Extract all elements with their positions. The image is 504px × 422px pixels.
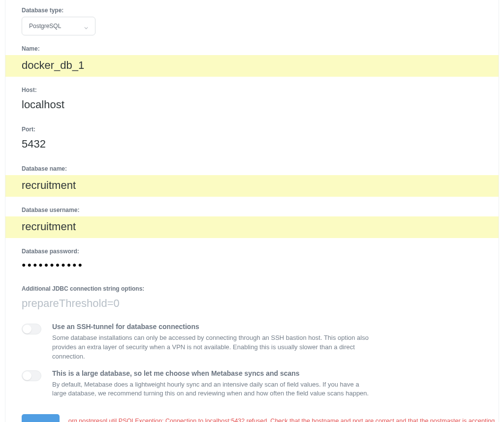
ssh-tunnel-toggle[interactable] [22,324,41,334]
label-database-type: Database type: [5,0,499,14]
ssh-toggle-title: Use an SSH-tunnel for database connectio… [52,323,373,331]
toggle-knob [23,371,32,380]
field-name: Name: docker_db_1 [5,38,499,80]
ssh-tunnel-section: Use an SSH-tunnel for database connectio… [5,318,389,364]
label-port: Port: [5,119,499,133]
large-db-toggle-desc: By default, Metabase does a lightweight … [52,380,373,399]
field-jdbc-options: Additional JDBC connection string option… [5,278,499,318]
database-type-value: PostgreSQL [29,23,61,30]
field-database-type: Database type: PostgreSQL [5,0,499,38]
name-input[interactable]: docker_db_1 [5,55,499,77]
chevron-down-icon [84,24,88,28]
label-host: Host: [5,80,499,93]
label-database-password: Database password: [5,241,499,255]
save-button[interactable]: Save [22,414,60,422]
label-name: Name: [5,38,499,52]
ssh-toggle-desc: Some database installations can only be … [52,333,373,362]
error-message: org.postgresql.util.PSQLException: Conne… [68,417,499,422]
toggle-knob [23,325,32,333]
database-username-input[interactable]: recruitment [5,216,499,238]
form-footer: Save org.postgresql.util.PSQLException: … [5,401,499,422]
label-jdbc-options: Additional JDBC connection string option… [5,278,499,292]
field-database-name: Database name: recruitment [5,158,499,200]
large-db-toggle-title: This is a large database, so let me choo… [52,369,373,377]
field-port: Port: 5432 [5,119,499,158]
database-password-input[interactable]: ●●●●●●●●●●● [5,258,499,275]
label-database-name: Database name: [5,158,499,172]
label-database-username: Database username: [5,200,499,213]
large-db-section: This is a large database, so let me choo… [5,364,389,402]
large-db-toggle-texts: This is a large database, so let me choo… [52,369,373,399]
field-host: Host: localhost [5,80,499,119]
database-name-input[interactable]: recruitment [5,175,499,197]
host-input[interactable]: localhost [5,96,499,116]
database-settings-card: Database type: PostgreSQL Name: docker_d… [5,0,499,422]
ssh-toggle-texts: Use an SSH-tunnel for database connectio… [52,323,373,362]
field-database-username: Database username: recruitment [5,200,499,241]
field-database-password: Database password: ●●●●●●●●●●● [5,241,499,278]
port-input[interactable]: 5432 [5,136,499,155]
database-type-select[interactable]: PostgreSQL [22,17,95,35]
jdbc-options-input[interactable]: prepareThreshold=0 [5,295,499,315]
large-db-toggle[interactable] [22,370,41,381]
